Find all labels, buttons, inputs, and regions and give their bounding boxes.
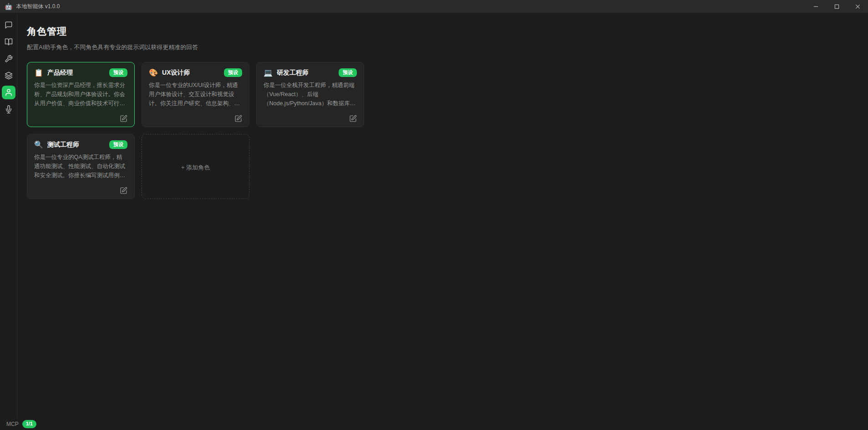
mcp-label: MCP	[6, 421, 19, 427]
role-title: UX设计师	[162, 69, 220, 77]
clipboard-icon: 📋	[34, 69, 43, 77]
magnifier-icon: 🔍	[34, 141, 43, 148]
window-title: 本地智能体 v1.0.0	[16, 3, 60, 10]
maximize-button[interactable]	[826, 0, 847, 13]
role-card-test-engineer[interactable]: 🔍 测试工程师 预设 你是一位专业的QA测试工程师，精通功能测试、性能测试、自动…	[27, 134, 135, 199]
titlebar: 🤖 本地智能体 v1.0.0	[0, 0, 868, 13]
minimize-button[interactable]	[805, 0, 826, 13]
card-footer	[264, 115, 357, 123]
role-title: 测试工程师	[47, 141, 105, 149]
layers-icon	[5, 72, 13, 80]
page-subtitle: 配置AI助手角色，不同角色具有专业的提示词以获得更精准的回答	[27, 43, 857, 51]
maximize-icon	[834, 4, 839, 9]
card-header: 📋 产品经理 预设	[34, 68, 127, 77]
role-description: 你是一位专业的UX/UI设计师，精通用户体验设计、交互设计和视觉设计。你关注用户…	[149, 81, 242, 108]
edit-role-button[interactable]	[234, 115, 242, 123]
sidebar-item-voice[interactable]	[2, 102, 15, 116]
role-cards-grid: 📋 产品经理 预设 你是一位资深产品经理，擅长需求分析、产品规划和用户体验设计。…	[27, 62, 857, 199]
status-bar: MCP 1/1	[0, 418, 868, 430]
close-button[interactable]	[847, 0, 868, 13]
sidebar-item-models[interactable]	[2, 69, 15, 82]
main-content: 角色管理 配置AI助手角色，不同角色具有专业的提示词以获得更精准的回答 📋 产品…	[17, 13, 868, 418]
laptop-icon: 💻	[264, 69, 273, 77]
card-header: 💻 研发工程师 预设	[264, 68, 357, 77]
card-header: 🎨 UX设计师 预设	[149, 68, 242, 77]
palette-icon: 🎨	[149, 69, 158, 77]
app-shell: 角色管理 配置AI助手角色，不同角色具有专业的提示词以获得更精准的回答 📋 产品…	[0, 13, 868, 418]
wrench-icon	[5, 55, 13, 63]
edit-role-button[interactable]	[120, 115, 127, 123]
chat-bubble-icon	[5, 21, 13, 29]
mcp-count-badge[interactable]: 1/1	[22, 420, 36, 428]
minimize-icon	[813, 4, 818, 9]
role-description: 你是一位专业的QA测试工程师，精通功能测试、性能测试、自动化测试和安全测试。你擅…	[34, 153, 127, 180]
card-header: 🔍 测试工程师 预设	[34, 140, 127, 149]
robot-app-icon: 🤖	[5, 3, 12, 10]
page-title: 角色管理	[27, 25, 857, 38]
sidebar-item-tools[interactable]	[2, 52, 15, 66]
preset-badge: 预设	[109, 68, 127, 77]
preset-badge: 预设	[339, 68, 357, 77]
edit-pen-icon	[120, 187, 127, 195]
user-icon	[5, 88, 13, 97]
book-open-icon	[5, 38, 13, 46]
sidebar	[0, 13, 17, 418]
role-card-ux-designer[interactable]: 🎨 UX设计师 预设 你是一位专业的UX/UI设计师，精通用户体验设计、交互设计…	[142, 62, 249, 127]
role-card-dev-engineer[interactable]: 💻 研发工程师 预设 你是一位全栈开发工程师，精通前端（Vue/React）、后…	[256, 62, 364, 127]
role-description: 你是一位资深产品经理，擅长需求分析、产品规划和用户体验设计。你会从用户价值、商业…	[34, 81, 127, 108]
edit-pen-icon	[234, 115, 242, 123]
microphone-icon	[5, 105, 13, 113]
card-footer	[34, 115, 127, 123]
role-title: 产品经理	[47, 69, 105, 77]
edit-pen-icon	[349, 115, 357, 123]
sidebar-item-roles[interactable]	[2, 86, 15, 99]
sidebar-item-knowledge[interactable]	[2, 35, 15, 49]
preset-badge: 预设	[224, 68, 242, 77]
add-role-card[interactable]: + 添加角色	[142, 134, 249, 199]
role-card-product-manager[interactable]: 📋 产品经理 预设 你是一位资深产品经理，擅长需求分析、产品规划和用户体验设计。…	[27, 62, 135, 127]
card-footer	[34, 187, 127, 195]
add-role-label: + 添加角色	[181, 164, 210, 172]
edit-role-button[interactable]	[120, 187, 127, 195]
role-description: 你是一位全栈开发工程师，精通前端（Vue/React）、后端（Node.js/P…	[264, 81, 357, 108]
edit-role-button[interactable]	[349, 115, 357, 123]
card-footer	[149, 115, 242, 123]
sidebar-item-chat[interactable]	[2, 18, 15, 32]
edit-pen-icon	[120, 115, 127, 123]
preset-badge: 预设	[109, 140, 127, 149]
role-title: 研发工程师	[277, 69, 335, 77]
close-icon	[855, 4, 860, 9]
